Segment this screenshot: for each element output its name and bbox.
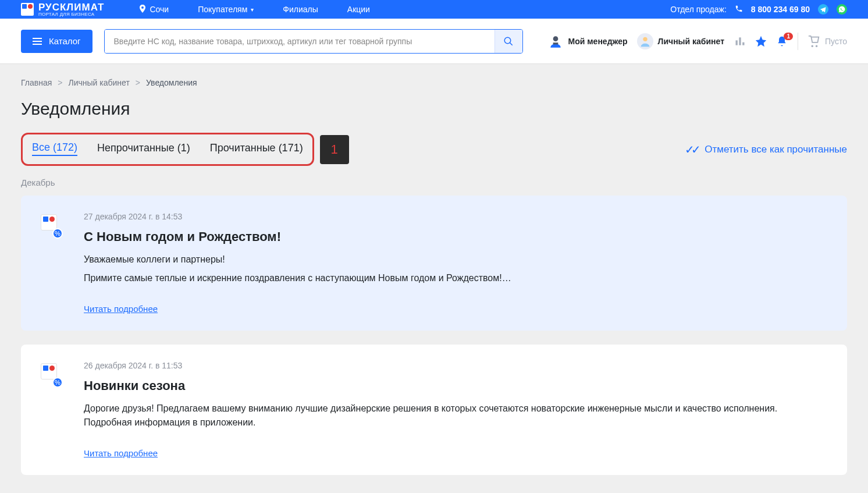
annotation-callout: 1 [320, 135, 349, 164]
search-box [104, 29, 523, 54]
user-avatar-icon [637, 33, 653, 49]
svg-rect-7 [736, 40, 738, 45]
read-more-link[interactable]: Читать подробнее [84, 448, 158, 458]
mark-all-label: Отметить все как прочитанные [705, 144, 847, 155]
header: Каталог Мой менеджер Личный кабинет [0, 19, 868, 64]
notification-text: Дорогие друзья! Предлагаем вашему вниман… [84, 402, 827, 430]
notification-title: С Новым годом и Рождеством! [84, 229, 827, 244]
tab-unread[interactable]: Непрочитанные (1) [97, 142, 190, 155]
nav-branches[interactable]: Филиалы [283, 5, 318, 14]
mark-all-read[interactable]: ✓✓ Отметить все как прочитанные [685, 143, 847, 157]
nav-branches-label: Филиалы [283, 5, 318, 14]
notification-logo-icon: % [41, 363, 64, 386]
nav-buyers[interactable]: Покупателям ▾ [198, 5, 254, 14]
notifications-icon[interactable]: 1 [775, 35, 788, 48]
sales-dept-label: Отдел продаж: [670, 5, 726, 14]
tabs-row: Все (172) Непрочитанные (1) Прочитанные … [21, 133, 847, 166]
breadcrumb-cabinet[interactable]: Личный кабинет [68, 78, 129, 87]
svg-line-3 [510, 42, 513, 45]
month-label: Декабрь [21, 178, 847, 187]
svg-point-6 [643, 37, 647, 41]
notification-logo-icon: % [41, 214, 64, 237]
manager-avatar-icon [547, 33, 564, 49]
my-manager[interactable]: Мой менеджер [547, 33, 628, 49]
page-title: Уведомления [21, 99, 847, 119]
nav-promo-label: Акции [347, 5, 370, 14]
city-label: Сочи [150, 5, 169, 14]
brand-subtitle: ПОРТАЛ ДЛЯ БИЗНЕСА [38, 12, 104, 17]
phone-number[interactable]: 8 800 234 69 80 [751, 5, 810, 14]
notification-date: 26 декабря 2024 г. в 11:53 [84, 361, 827, 370]
pin-icon [139, 5, 146, 15]
notification-title: Новинки сезона [84, 378, 827, 393]
notifications-badge: 1 [784, 33, 793, 40]
logo[interactable]: РУСКЛИМАТ ПОРТАЛ ДЛЯ БИЗНЕСА [21, 2, 104, 17]
cabinet-label: Личный кабинет [658, 37, 724, 46]
logo-mark-icon [21, 3, 34, 16]
cart-icon [807, 35, 820, 48]
search-button[interactable] [495, 30, 522, 53]
breadcrumb-sep: > [58, 78, 62, 87]
divider [798, 33, 798, 50]
svg-rect-5 [553, 42, 558, 44]
double-check-icon: ✓✓ [685, 143, 698, 157]
catalog-label: Каталог [49, 36, 81, 46]
notification-date: 27 декабря 2024 г. в 14:53 [84, 212, 827, 221]
city-selector[interactable]: Сочи [139, 5, 169, 15]
nav-promo[interactable]: Акции [347, 5, 370, 14]
read-more-link[interactable]: Читать подробнее [84, 304, 158, 314]
phone-icon [735, 5, 743, 15]
breadcrumb-current: Уведомления [146, 78, 197, 87]
svg-rect-8 [739, 37, 741, 45]
notification-text: Примите самые теплые и искренние поздрав… [84, 271, 827, 285]
tabs-highlight-box: Все (172) Непрочитанные (1) Прочитанные … [21, 133, 314, 166]
top-nav: Сочи Покупателям ▾ Филиалы Акции [139, 5, 369, 15]
search-input[interactable] [105, 30, 495, 53]
favorites-icon[interactable] [755, 35, 767, 48]
whatsapp-icon[interactable] [837, 4, 847, 15]
breadcrumb-sep: > [136, 78, 140, 87]
cart[interactable]: Пусто [807, 35, 847, 48]
nav-buyers-label: Покупателям [198, 5, 247, 14]
telegram-icon[interactable] [818, 4, 828, 15]
brand-name: РУСКЛИМАТ [38, 2, 104, 12]
manager-label: Мой менеджер [568, 37, 628, 46]
notification-text: Уважаемые коллеги и партнеры! [84, 253, 827, 267]
personal-cabinet[interactable]: Личный кабинет [637, 33, 724, 49]
chevron-down-icon: ▾ [251, 6, 254, 13]
main-content: Главная > Личный кабинет > Уведомления У… [0, 64, 868, 493]
tab-read[interactable]: Прочитанные (171) [210, 142, 303, 155]
catalog-button[interactable]: Каталог [21, 30, 93, 53]
search-icon [503, 36, 514, 47]
svg-rect-9 [742, 42, 744, 45]
breadcrumb: Главная > Личный кабинет > Уведомления [21, 78, 847, 87]
burger-icon [33, 38, 42, 45]
tab-all[interactable]: Все (172) [32, 141, 77, 156]
breadcrumb-home[interactable]: Главная [21, 78, 52, 87]
cart-label: Пусто [825, 37, 847, 46]
notification-card[interactable]: % 26 декабря 2024 г. в 11:53 Новинки сез… [21, 345, 847, 475]
svg-point-2 [504, 37, 511, 44]
stats-icon[interactable] [734, 35, 746, 48]
topbar: РУСКЛИМАТ ПОРТАЛ ДЛЯ БИЗНЕСА Сочи Покупа… [0, 0, 868, 19]
svg-point-4 [553, 36, 558, 41]
notification-card[interactable]: % 27 декабря 2024 г. в 14:53 С Новым год… [21, 196, 847, 331]
